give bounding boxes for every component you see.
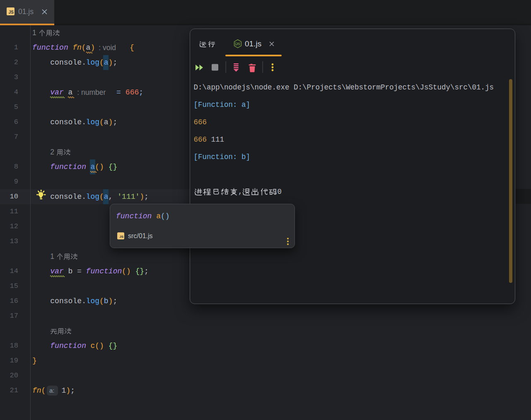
svg-text:JS: JS [236,42,240,46]
